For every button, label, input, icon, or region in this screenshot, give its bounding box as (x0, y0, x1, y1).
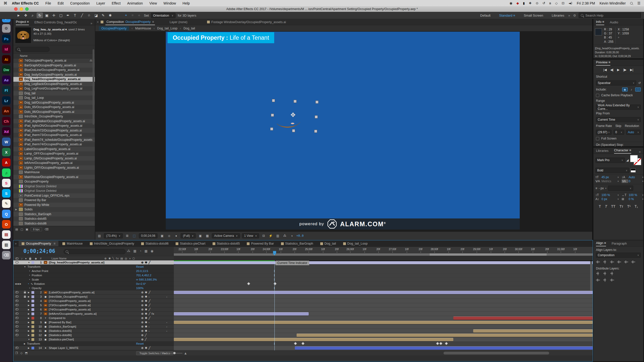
layer-duration-bar[interactable] (295, 346, 593, 350)
layer-duration-bar[interactable] (473, 329, 593, 333)
keyframe-icon[interactable] (273, 282, 277, 285)
region-of-interest-icon[interactable]: ⬚ (132, 234, 137, 238)
layer-switches[interactable]: ⊕ ✱ - (141, 325, 166, 328)
track-matte-switch[interactable]: - (166, 325, 174, 328)
font-family-select[interactable]: Mark Pro∨ (595, 158, 625, 163)
project-item[interactable]: AiDots_65/OccupiedProperty_assets.ai (13, 105, 95, 110)
resolution-select[interactable]: (Full)∨ (181, 233, 196, 238)
composition-mini-flowchart-icon[interactable]: ⁂ (127, 249, 130, 253)
property-name[interactable]: Transform (27, 265, 41, 268)
draft-3d-icon[interactable]: ▦ (133, 249, 136, 253)
layer-row[interactable]: ▶5Ai[73/OccupiedProperty_assets.ai]⊕ ✱ ╱ (13, 303, 174, 307)
layer-name[interactable]: [Statistics_BarGraph] (49, 325, 124, 328)
breadcrumb-item[interactable]: OccupiedProperty (99, 26, 129, 31)
time-machine-icon[interactable]: ↺ (542, 1, 545, 5)
dock-xd-icon[interactable]: Xd (2, 127, 11, 136)
go-to-start-button[interactable]: |◀ (603, 68, 607, 72)
layer-switches[interactable]: ⊕ ✱ ╱ (141, 308, 166, 311)
layer-row[interactable]: ▶10▦[Statistics_BarGraph]⊕ ✱ -- (13, 325, 174, 329)
type-style-button[interactable]: T¹ (627, 204, 630, 208)
layer-row[interactable]: ▶4Ai[72/OccupiedProperty_assets.ai]⊕ ✱ ╱ (13, 299, 174, 303)
layer-visibility-eye-icon[interactable] (15, 321, 19, 323)
dock-word-icon[interactable]: W (2, 138, 11, 146)
delete-item-icon[interactable]: ⌫ (45, 228, 49, 231)
timeline-tab-statistics-piechart[interactable]: Statistics-pieChart (173, 241, 208, 246)
project-item[interactable]: Powered By Bar (13, 198, 95, 203)
dock-flash-icon[interactable]: Fl (2, 86, 11, 95)
dock-quicktime-icon[interactable]: Q (2, 210, 11, 218)
project-item[interactable]: AiLamp_OFF/OccupiedProperty_assets.ai (13, 151, 95, 156)
layer-track[interactable] (174, 312, 593, 316)
flowchart-icon[interactable]: ⁂ (282, 234, 287, 238)
layer-track[interactable] (174, 295, 593, 299)
layer-name[interactable]: [Label/OccupiedProperty_assets.ai] (49, 291, 124, 294)
vertical-scale-value[interactable]: 100 % (601, 193, 617, 197)
keyframe-icon[interactable] (436, 342, 439, 345)
puppet-pin-tool[interactable]: ✱ (107, 13, 113, 18)
project-item[interactable]: AiDog_body/OccupiedProperty_assets.ai (13, 72, 95, 77)
layer-label-color[interactable] (31, 317, 34, 320)
project-item[interactable]: AiMainHouse/OccupiedProperty_assets.ai (13, 175, 95, 179)
anchor-point-icon[interactable]: ❖ (290, 111, 296, 119)
property-row[interactable]: ◔Position701.4,452.2 (13, 273, 174, 278)
layer-track[interactable] (174, 316, 593, 320)
font-size-value[interactable]: 45 px (601, 175, 617, 179)
wifi-icon[interactable]: ◇ (555, 1, 558, 5)
stroke-style-select[interactable]: ∨ (608, 186, 633, 191)
sophos-icon[interactable]: ◆ (516, 1, 519, 5)
layer-switches[interactable]: ⊕ ✱ ╱ (141, 291, 166, 294)
layer-duration-bar[interactable] (174, 338, 453, 341)
layer-switches[interactable]: ⊕ ✱ - (141, 295, 166, 298)
timeline-tab-statistics-dots65[interactable]: Statistics-dots65 (210, 241, 243, 246)
dock-photoshop-icon[interactable]: Ps (2, 34, 11, 43)
pen-tool[interactable]: ✒ (65, 13, 71, 18)
align-vert-center-button[interactable] (624, 260, 628, 264)
layer-name[interactable]: Shape Layer 1_WHITE (49, 346, 124, 349)
layer-duration-bar[interactable] (453, 316, 593, 320)
dock-animate-icon[interactable]: An (2, 107, 11, 115)
layer-label-color[interactable] (31, 291, 34, 294)
property-track[interactable]: I (174, 273, 593, 278)
stopwatch-icon[interactable]: ◔ (27, 282, 29, 285)
tracking-value[interactable]: 0 (629, 179, 642, 183)
menubar-user[interactable]: Kevin Windmiller (599, 1, 626, 5)
align-bottom-button[interactable] (631, 260, 635, 264)
fast-previews-icon[interactable]: ▣ (198, 234, 203, 238)
dock-system-preferences-icon[interactable]: ⚙ (2, 24, 11, 33)
keyframe-navigator[interactable]: ◀ ◆ ▶ (15, 283, 21, 285)
layer-row[interactable]: ▶9▦[Powered By Bar]⊕ ✱ -- (13, 320, 174, 325)
dock-illustrator-icon[interactable]: Ai (2, 55, 11, 64)
stopwatch-icon[interactable]: ◔ (28, 287, 30, 290)
layer-row[interactable]: ▶6Ai[74/OccupiedProperty_assets.ai]⊕ ✱ ╱ (13, 307, 174, 312)
airplay-icon[interactable]: ⊡ (562, 1, 565, 5)
show-snapshot-icon[interactable]: ◉ (167, 234, 172, 238)
tab-align[interactable]: Align ≡ (596, 241, 606, 246)
layer-visibility-eye-icon[interactable] (15, 317, 19, 319)
tab-layer-none[interactable]: Layer (none) (170, 20, 187, 24)
selection-handle[interactable] (315, 101, 318, 104)
local-axis-mode[interactable]: ⌖ (123, 13, 129, 18)
layer-track[interactable] (174, 320, 593, 325)
layer-name[interactable]: [leftArm/OccupiedProperty_assets.ai] (49, 312, 124, 315)
dist-vert-center-horiz-button[interactable] (603, 272, 607, 275)
layer-row[interactable]: ▼13▦[Statistics-pieChart]⊕ ╱ (13, 337, 174, 342)
bluetooth-icon[interactable]: ʙ (549, 1, 551, 5)
menu-item-composition[interactable]: Composition (70, 1, 90, 5)
type-style-button[interactable]: TT (611, 204, 615, 208)
layer-name[interactable]: [Powered By Bar] (49, 321, 124, 324)
layer-row[interactable]: ▶7Ai[leftArm/OccupiedProperty_assets.ai]… (13, 312, 174, 316)
layer-duration-bar[interactable] (174, 321, 593, 324)
selection-handle[interactable] (272, 99, 275, 102)
type-tool[interactable]: T (72, 13, 78, 18)
layer-track[interactable] (174, 346, 593, 350)
property-name[interactable]: Anchor Point (32, 269, 48, 273)
layer-name[interactable]: Compared to (49, 316, 124, 320)
tsume-value[interactable]: 0 % (629, 197, 642, 201)
project-item[interactable]: AiDog_LegBack/OccupiedProperty_assets.ai (13, 82, 95, 86)
project-bit-depth[interactable]: 8 bpc (31, 227, 42, 231)
align-top-button[interactable] (617, 260, 621, 264)
type-style-button[interactable]: T₁ (635, 204, 638, 208)
align-to-select[interactable]: Composition∨ (596, 253, 641, 258)
view-layout-select[interactable]: 1 View∨ (242, 233, 259, 238)
layer-visibility-eye-icon[interactable] (15, 261, 19, 263)
